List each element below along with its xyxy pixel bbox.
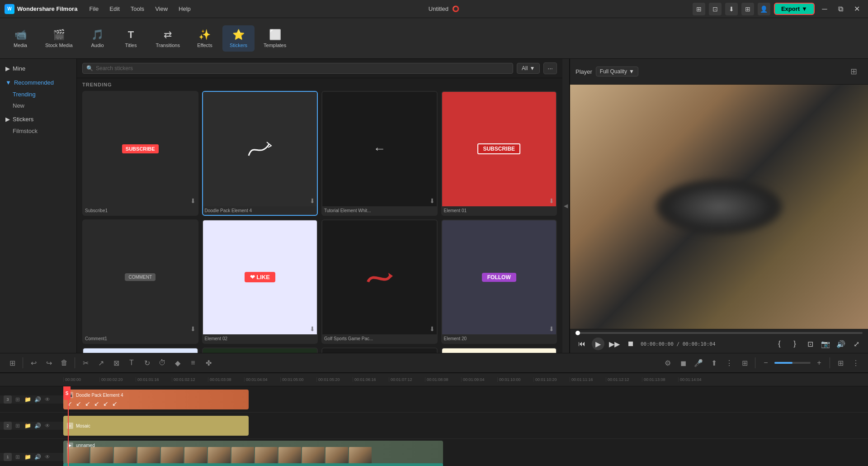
insert-button[interactable]: ⊞ <box>738 356 751 370</box>
sticker-doodle4[interactable]: ⬇ Doodle Pack Element 4 <box>202 91 318 216</box>
tool-templates[interactable]: ⬜ Templates <box>256 25 293 52</box>
sticker-emoji[interactable]: 😎 ⬇ Animated Emoii Pack ... <box>441 347 557 353</box>
download-icon-golf[interactable]: ⬇ <box>429 325 435 333</box>
sticker-comment1[interactable]: COMMENT ⬇ Comment1 <box>82 219 198 344</box>
track-add-button-1[interactable]: ⊞ <box>14 453 22 461</box>
player-expand-button[interactable]: ⊞ <box>844 62 863 81</box>
menu-file[interactable]: File <box>85 4 103 14</box>
track-audio-button-2[interactable]: 🔊 <box>33 422 42 430</box>
add-track-button[interactable]: ⊞ <box>5 356 19 370</box>
sticker-golf[interactable]: ⬇ Golf Sports Game Pac... <box>321 219 438 344</box>
download-icon-element01[interactable]: ⬇ <box>549 197 554 204</box>
panel-new-item[interactable]: New <box>0 100 76 111</box>
collapse-panel-button[interactable]: ◀ <box>562 59 570 353</box>
redo-button[interactable]: ↪ <box>42 356 56 370</box>
track-visibility-button-1[interactable]: 👁 <box>43 453 52 461</box>
tool-titles[interactable]: T Titles <box>115 25 147 52</box>
sticker-element02[interactable]: ❤ LIKE ⬇ Element 02 <box>202 219 318 344</box>
stop-button[interactable]: ⏹ <box>624 338 637 350</box>
download-icon[interactable]: ⬇ <box>190 197 196 204</box>
export-button[interactable]: Export ▼ <box>774 3 815 15</box>
tool-stickers[interactable]: ⭐ Stickers <box>222 25 255 52</box>
menu-help[interactable]: Help <box>174 4 195 14</box>
panel-stickers-header[interactable]: ▶ Stickers <box>0 113 76 125</box>
volume-button[interactable]: 🔊 <box>835 338 847 350</box>
more-options-button[interactable]: ··· <box>543 62 557 74</box>
sticker-element20[interactable]: FOLLOW ⬇ Element 20 <box>441 219 557 344</box>
rotate-button[interactable]: ↻ <box>140 356 154 370</box>
snapshot-button[interactable]: 📷 <box>819 338 832 350</box>
cut-button[interactable]: ✂ <box>79 356 92 370</box>
progress-handle[interactable] <box>576 331 580 335</box>
track-clip-doodle[interactable]: 🎬 Doodle Pack Element 4 ↙ ↙ ↙ ↙ ↙ ↙ <box>63 390 249 409</box>
download-icon-element02[interactable]: ⬇ <box>310 325 315 333</box>
color-button[interactable]: ◆ <box>171 356 184 370</box>
menu-view[interactable]: View <box>151 4 172 14</box>
track-visibility-button-3[interactable]: 👁 <box>43 395 52 404</box>
track-audio-button-3[interactable]: 🔊 <box>33 395 42 404</box>
fullscreen-icon[interactable]: ⊡ <box>709 3 722 15</box>
zoom-out-button[interactable]: − <box>759 356 773 370</box>
track-clip-teal[interactable] <box>63 463 443 466</box>
download-icon-doodle[interactable]: ⬇ <box>310 197 315 204</box>
panel-filmstock-item[interactable]: Filmstock <box>0 125 76 137</box>
track-folder-button-2[interactable]: 📁 <box>24 422 32 430</box>
play-pause-button[interactable]: ▶ <box>592 338 604 350</box>
track-clip-video[interactable]: ▶ unnamed <box>63 441 443 464</box>
timer-button[interactable]: ⏱ <box>156 356 169 370</box>
close-button[interactable]: ✕ <box>851 3 863 15</box>
tool-transitions[interactable]: ⇄ Transitions <box>149 25 187 52</box>
mark-out-button[interactable]: } <box>788 338 801 350</box>
mask-button[interactable]: ◼ <box>676 356 690 370</box>
track-folder-button-1[interactable]: 📁 <box>24 453 32 461</box>
mark-in-button[interactable]: { <box>773 338 786 350</box>
list-view-button[interactable]: ⋮ <box>849 356 863 370</box>
menu-edit[interactable]: Edit <box>105 4 124 14</box>
grid-icon[interactable]: ⊞ <box>741 3 754 15</box>
sticker-portuguese[interactable]: 👍 ⬇ Portuese Social Me... <box>82 347 198 353</box>
crop-timeline-button[interactable]: ⊠ <box>109 356 123 370</box>
settings-button[interactable]: ⚙ <box>661 356 675 370</box>
panel-mine-header[interactable]: ▶ Mine <box>0 62 76 75</box>
filter-button[interactable]: All ▼ <box>517 63 540 74</box>
panel-trending-item[interactable]: Trending <box>0 89 76 100</box>
quality-select[interactable]: Full Quality ▼ <box>596 67 638 76</box>
download-icon-tutorial[interactable]: ⬇ <box>429 197 435 204</box>
fullscreen-player-button[interactable]: ⤢ <box>850 338 863 350</box>
layout-icon[interactable]: ⊞ <box>693 3 705 15</box>
zoom-slider[interactable] <box>774 362 811 364</box>
tool-audio[interactable]: 🎵 Audio <box>82 25 113 52</box>
tool-media[interactable]: 📹 Media <box>5 25 36 52</box>
sticker-element01[interactable]: SUBSCRIBE ⬇ Element 01 <box>441 91 557 216</box>
split-button[interactable]: ⋮ <box>722 356 736 370</box>
tool-stock-media[interactable]: 🎬 Stock Media <box>38 25 80 52</box>
search-box[interactable]: 🔍 <box>82 63 513 74</box>
select-button[interactable]: ↗ <box>94 356 108 370</box>
maximize-button[interactable]: ⧉ <box>835 3 847 15</box>
zoom-in-button[interactable]: + <box>812 356 826 370</box>
track-add-button-2[interactable]: ⊞ <box>14 422 22 430</box>
stabilize-button[interactable]: ✤ <box>202 356 215 370</box>
export-timeline-button[interactable]: ⬆ <box>707 356 721 370</box>
track-folder-button-3[interactable]: 📁 <box>24 395 32 404</box>
search-input[interactable] <box>96 65 509 71</box>
progress-bar[interactable] <box>576 332 863 334</box>
mic-button[interactable]: 🎤 <box>692 356 705 370</box>
audio-mix-button[interactable]: ≡ <box>186 356 200 370</box>
grid-view-button[interactable]: ⊞ <box>834 356 847 370</box>
delete-button[interactable]: 🗑 <box>57 356 71 370</box>
minimize-button[interactable]: ─ <box>818 3 831 15</box>
download-icon-comment1[interactable]: ⬇ <box>190 325 196 333</box>
panel-recommended-header[interactable]: ▼ Recommended <box>0 76 76 89</box>
track-audio-button-1[interactable]: 🔊 <box>33 453 42 461</box>
forward-play-button[interactable]: ▶▶ <box>608 338 621 350</box>
text-button[interactable]: T <box>125 356 138 370</box>
sticker-tutorial-white[interactable]: ← ⬇ Tutorial Element Whit... <box>321 91 438 216</box>
undo-button[interactable]: ↩ <box>27 356 40 370</box>
download-icon[interactable]: ⬇ <box>725 3 738 15</box>
crop-button[interactable]: ⊡ <box>804 338 816 350</box>
sticker-tutorial-black[interactable]: ⬇ Tutorial Element Black 3 <box>321 347 438 353</box>
rewind-button[interactable]: ⏮ <box>576 338 588 350</box>
menu-tools[interactable]: Tools <box>126 4 149 14</box>
user-icon[interactable]: 👤 <box>758 3 770 15</box>
